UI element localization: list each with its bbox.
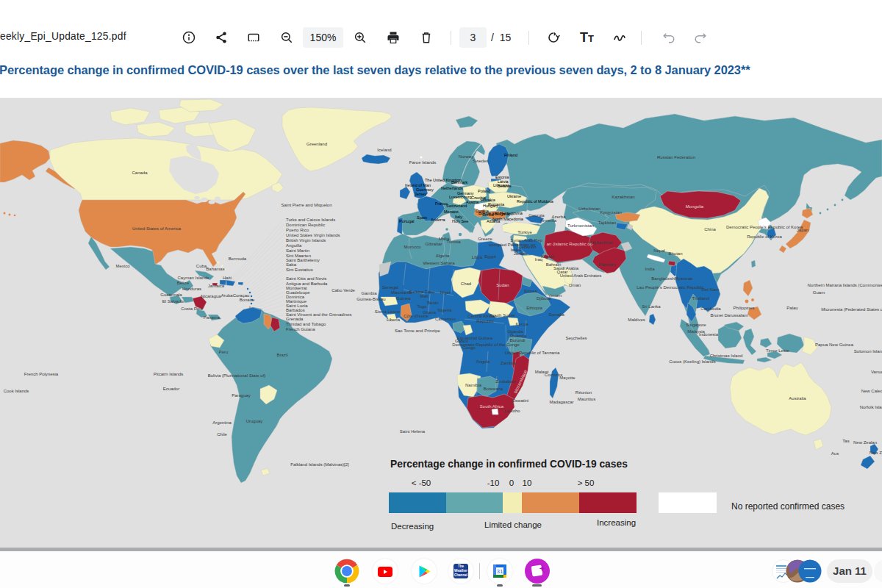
svg-text:Burundi: Burundi bbox=[510, 338, 526, 343]
svg-text:Bonaire: Bonaire bbox=[240, 298, 255, 302]
svg-text:Mexico: Mexico bbox=[115, 264, 130, 268]
svg-text:Democratic Republic of the Con: Democratic Republic of the Congo bbox=[452, 343, 520, 347]
svg-text:Guinea-Bissau: Guinea-Bissau bbox=[356, 297, 385, 301]
svg-text:Guatemala: Guatemala bbox=[160, 293, 182, 297]
svg-text:Bangladesh: Bangladesh bbox=[651, 276, 675, 281]
svg-text:Lao People's Democratic Republ: Lao People's Democratic Republic bbox=[637, 285, 704, 290]
svg-text:Turks and Caicos Islands: Turks and Caicos Islands bbox=[286, 218, 335, 222]
svg-text:Bahrain: Bahrain bbox=[546, 262, 562, 267]
svg-text:Peru: Peru bbox=[219, 350, 229, 354]
svg-text:Sierra Leone: Sierra Leone bbox=[375, 309, 401, 314]
svg-text:Bahamas: Bahamas bbox=[206, 267, 224, 271]
svg-text:Somalia: Somalia bbox=[548, 312, 564, 317]
svg-text:Guinea: Guinea bbox=[396, 296, 411, 301]
svg-text:Belize: Belize bbox=[177, 281, 190, 285]
svg-text:Nepal: Nepal bbox=[653, 248, 665, 253]
svg-text:Lesotho: Lesotho bbox=[504, 409, 520, 413]
svg-text:Puerto Rico: Puerto Rico bbox=[286, 228, 309, 232]
svg-text:Sao Tome and Principe: Sao Tome and Principe bbox=[395, 329, 441, 333]
svg-text:Christmas Island: Christmas Island bbox=[710, 354, 743, 358]
svg-text:Pitcairn Islands: Pitcairn Islands bbox=[154, 372, 184, 376]
svg-text:Mauritius: Mauritius bbox=[578, 397, 595, 401]
svg-text:Indonesia: Indonesia bbox=[699, 332, 719, 337]
svg-text:Brunei Darussalam: Brunei Darussalam bbox=[710, 313, 747, 318]
svg-text:Western Sahara: Western Sahara bbox=[423, 261, 455, 265]
svg-text:Greenland: Greenland bbox=[306, 142, 327, 146]
svg-text:El Salvador: El Salvador bbox=[162, 299, 185, 304]
svg-text:Trinidad and Tobago: Trinidad and Tobago bbox=[286, 322, 326, 326]
svg-text:Ethiopia: Ethiopia bbox=[526, 306, 542, 310]
svg-text:Zambia: Zambia bbox=[501, 361, 516, 365]
svg-text:Morocco: Morocco bbox=[404, 245, 421, 249]
svg-text:Philippines: Philippines bbox=[733, 306, 754, 310]
svg-text:Bermuda: Bermuda bbox=[229, 257, 247, 261]
svg-text:Republic of Moldova: Republic of Moldova bbox=[517, 199, 554, 204]
svg-text:Oman: Oman bbox=[569, 283, 581, 287]
svg-text:Holy See: Holy See bbox=[452, 219, 468, 223]
svg-text:Thailand: Thailand bbox=[692, 296, 709, 301]
svg-text:Turkmenistan: Turkmenistan bbox=[567, 223, 594, 228]
svg-text:occupied Palestinian ter: occupied Palestinian ter bbox=[489, 243, 536, 247]
svg-text:Andorra: Andorra bbox=[431, 218, 446, 222]
svg-text:Nicaragua: Nicaragua bbox=[201, 294, 221, 298]
svg-text:Cabo Verde: Cabo Verde bbox=[331, 288, 355, 293]
svg-text:Latvia: Latvia bbox=[498, 179, 509, 184]
svg-text:Anguilla: Anguilla bbox=[286, 243, 302, 248]
svg-text:Sint Eustatius: Sint Eustatius bbox=[286, 268, 313, 272]
svg-text:Türkiye: Türkiye bbox=[517, 230, 532, 234]
svg-text:Bosnia and Herzegovina: Bosnia and Herzegovina bbox=[478, 211, 523, 215]
svg-text:Saint Martin: Saint Martin bbox=[286, 248, 309, 253]
svg-text:Costa Rica: Costa Rica bbox=[181, 306, 203, 311]
svg-text:Tajikistan: Tajikistan bbox=[598, 220, 617, 225]
svg-text:Bhutan: Bhutan bbox=[668, 251, 682, 256]
svg-text:Algeria: Algeria bbox=[436, 254, 450, 258]
svg-text:Increasing: Increasing bbox=[597, 518, 636, 527]
svg-text:Cuba: Cuba bbox=[196, 264, 207, 268]
svg-text:Egypt: Egypt bbox=[484, 254, 496, 259]
svg-text:< -50: < -50 bbox=[412, 478, 431, 487]
svg-text:Portugal: Portugal bbox=[399, 219, 415, 223]
svg-text:Aus: Aus bbox=[831, 451, 839, 456]
svg-text:Nigeria: Nigeria bbox=[437, 308, 452, 312]
svg-text:Ghana: Ghana bbox=[423, 310, 437, 315]
svg-text:Tas: Tas bbox=[842, 439, 849, 443]
svg-text:Georgia: Georgia bbox=[528, 213, 545, 218]
svg-text:Democratic People's Republic o: Democratic People's Republic of Korea bbox=[726, 225, 803, 229]
svg-text:Japan: Japan bbox=[797, 228, 808, 232]
svg-text:Russian Federation: Russian Federation bbox=[657, 155, 695, 159]
svg-text:Norfolk Island: Norfolk Island bbox=[860, 405, 882, 409]
svg-text:Sri Lanka: Sri Lanka bbox=[642, 304, 661, 309]
svg-text:Cambodia: Cambodia bbox=[700, 306, 721, 311]
svg-text:Kazakhstan: Kazakhstan bbox=[612, 195, 634, 199]
svg-text:Eswatini: Eswatini bbox=[512, 398, 528, 403]
svg-text:Jersey: Jersey bbox=[415, 192, 426, 196]
svg-text:Namibia: Namibia bbox=[465, 383, 482, 387]
svg-text:Northern Mariana Islands (Comm: Northern Mariana Islands (Commonwe bbox=[807, 283, 882, 287]
svg-text:Austria: Austria bbox=[466, 200, 479, 204]
svg-text:Botswana: Botswana bbox=[484, 387, 503, 391]
svg-text:Guam: Guam bbox=[813, 290, 825, 295]
svg-text:Liberia: Liberia bbox=[387, 318, 401, 322]
svg-text:Republic of Korea: Republic of Korea bbox=[747, 234, 782, 239]
svg-text:Uzbekistan: Uzbekistan bbox=[578, 207, 600, 211]
svg-text:Central African: Central African bbox=[467, 314, 496, 318]
svg-text:an (Islamic Republic of): an (Islamic Republic of) bbox=[547, 242, 593, 246]
svg-text:Vanuatu: Vanuatu bbox=[871, 370, 882, 374]
svg-text:Grenada: Grenada bbox=[286, 317, 304, 321]
svg-text:Papua New Guinea: Papua New Guinea bbox=[815, 343, 854, 347]
svg-text:Sweden: Sweden bbox=[473, 159, 489, 163]
svg-text:Timor-Leste: Timor-Leste bbox=[766, 348, 789, 353]
svg-text:Faroe Islands: Faroe Islands bbox=[409, 160, 436, 165]
svg-text:Benin: Benin bbox=[427, 301, 438, 305]
svg-text:Brazil: Brazil bbox=[276, 353, 287, 357]
svg-text:Eritrea: Eritrea bbox=[524, 289, 537, 293]
svg-text:Libya: Libya bbox=[472, 255, 483, 259]
svg-text:-10: -10 bbox=[487, 478, 500, 487]
svg-text:Decreasing: Decreasing bbox=[391, 522, 434, 531]
svg-text:Cook Islands: Cook Islands bbox=[4, 389, 29, 393]
svg-text:Chile: Chile bbox=[217, 432, 227, 437]
svg-text:Ecuador: Ecuador bbox=[163, 387, 179, 391]
svg-text:Cameroon: Cameroon bbox=[435, 317, 456, 321]
svg-text:Myanmar: Myanmar bbox=[674, 276, 692, 281]
svg-text:Panama: Panama bbox=[204, 315, 220, 320]
